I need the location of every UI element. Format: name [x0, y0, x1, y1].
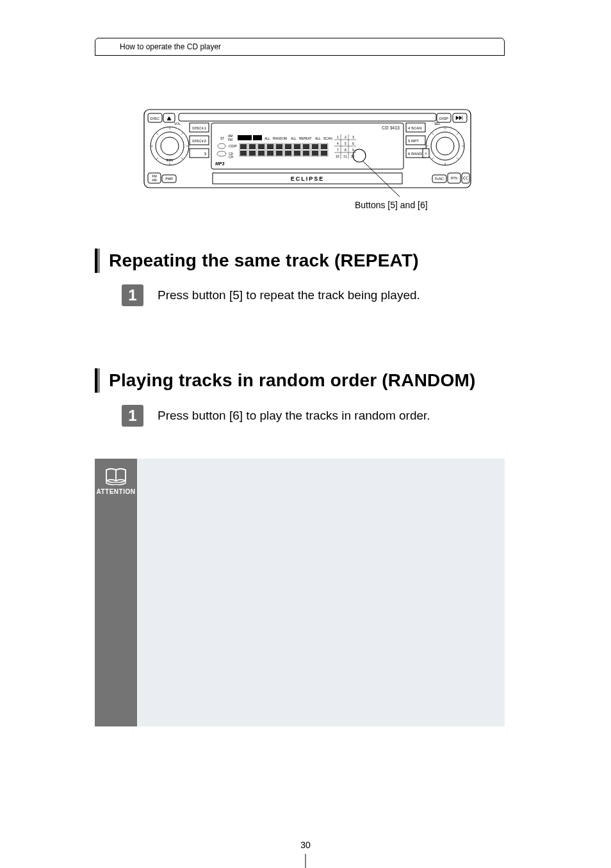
svg-text:10: 10 — [336, 154, 339, 158]
step-number-badge: 1 — [122, 405, 143, 427]
brand-label: ECLIPSE — [291, 176, 325, 182]
open-book-icon — [104, 466, 128, 486]
step-text: Press button [5] to repeat the track bei… — [158, 288, 420, 302]
svg-text:ALL: ALL — [265, 136, 270, 140]
car-stereo-figure: DISC VOL ESN DISC∧1 DISC∨2 3 — [143, 109, 471, 199]
svg-rect-81 — [312, 144, 318, 149]
stereo-display: CD 3413 ST AM FM ALL RANDOM ALL REPEAT A… — [179, 113, 436, 184]
esn-label: ESN — [167, 158, 174, 162]
step-row: 1 Press button [5] to repeat the track b… — [122, 284, 420, 306]
svg-rect-76 — [285, 151, 291, 156]
svg-text:8: 8 — [345, 148, 346, 152]
svg-text:7: 7 — [337, 148, 339, 152]
pwr-label: PWR — [165, 177, 173, 181]
svg-text:3: 3 — [352, 135, 354, 139]
disc-button-label: DISC — [151, 117, 160, 120]
heading-bar-icon — [95, 249, 100, 273]
func-label: FUNC — [435, 177, 444, 181]
disp-label: DISP — [439, 117, 448, 120]
heading-bar-icon — [95, 368, 100, 393]
svg-text:1: 1 — [337, 135, 339, 139]
step-row: 1 Press button [6] to play the tracks in… — [122, 405, 430, 427]
heading-text: Repeating the same track (REPEAT) — [109, 250, 419, 271]
svg-rect-27 — [253, 135, 262, 140]
svg-rect-68 — [249, 151, 256, 156]
svg-rect-77 — [294, 144, 300, 149]
page-number: 30 — [0, 840, 611, 850]
vol-label: VOL — [174, 122, 181, 126]
preset-disc-up: DISC∧1 — [192, 126, 206, 130]
svg-rect-65 — [240, 144, 247, 149]
car-stereo-illustration: DISC VOL ESN DISC∧1 DISC∨2 3 — [143, 109, 471, 199]
svg-rect-67 — [249, 144, 256, 149]
svg-text:ALL: ALL — [315, 136, 321, 140]
svg-rect-72 — [267, 151, 273, 156]
svg-text:2: 2 — [345, 135, 346, 139]
svg-text:9: 9 — [352, 148, 354, 152]
svg-rect-66 — [240, 151, 247, 156]
svg-rect-21 — [179, 113, 436, 121]
svg-text:AM: AM — [152, 178, 157, 182]
attention-sidebar: ATTENTION — [95, 459, 137, 726]
cdp-label: CDP — [229, 144, 237, 148]
svg-text:REPEAT: REPEAT — [299, 136, 312, 140]
sel-label: SEL — [434, 122, 441, 126]
preset-6-rand: 6 RAND — [408, 152, 423, 156]
section-heading-repeat: Repeating the same track (REPEAT) — [95, 249, 419, 273]
svg-rect-83 — [321, 144, 327, 149]
svg-rect-69 — [258, 144, 265, 149]
heading-text: Playing tracks in random order (RANDOM) — [109, 370, 476, 391]
svg-rect-26 — [238, 135, 252, 140]
svg-rect-84 — [321, 151, 327, 156]
svg-text:S: S — [425, 152, 427, 155]
svg-rect-79 — [303, 144, 309, 149]
svg-rect-78 — [294, 151, 300, 156]
attention-label: ATTENTION — [97, 488, 136, 495]
svg-rect-75 — [285, 144, 291, 149]
svg-text:11: 11 — [343, 154, 347, 158]
svg-rect-73 — [276, 144, 282, 149]
preset-disc-down: DISC∨2 — [192, 139, 206, 143]
attention-panel: ATTENTION — [95, 459, 505, 726]
svg-text:CH: CH — [229, 155, 234, 159]
svg-text:RANDOM: RANDOM — [273, 136, 287, 140]
svg-rect-71 — [267, 144, 273, 149]
preset-5-rpt: 5 RPT — [408, 139, 419, 143]
svg-text:4: 4 — [337, 142, 339, 145]
svg-text:6: 6 — [352, 142, 354, 145]
svg-text:SCAN: SCAN — [323, 136, 332, 140]
model-number: CD 3413 — [382, 126, 400, 130]
mp3-label: MP3 — [215, 161, 225, 166]
svg-rect-80 — [303, 151, 309, 156]
svg-rect-82 — [312, 151, 318, 156]
svg-rect-70 — [258, 151, 265, 156]
step-text: Press button [6] to play the tracks in r… — [158, 409, 430, 423]
svg-text:5: 5 — [345, 142, 346, 145]
section-heading-random: Playing tracks in random order (RANDOM) — [95, 368, 476, 393]
step-number-badge: 1 — [122, 284, 143, 306]
breadcrumb: How to operate the CD player — [95, 38, 505, 56]
svg-text:ST: ST — [220, 136, 224, 140]
section-divider — [95, 55, 505, 56]
svg-text:ALL: ALL — [291, 136, 297, 140]
preset-4-scan: 4 SCAN — [408, 126, 422, 130]
attention-body — [137, 459, 505, 726]
svg-text:FM: FM — [228, 138, 232, 142]
figure-caption: Buttons [5] and [6] — [355, 200, 428, 210]
svg-rect-74 — [276, 151, 282, 156]
rtn-label: RTN — [451, 176, 458, 180]
